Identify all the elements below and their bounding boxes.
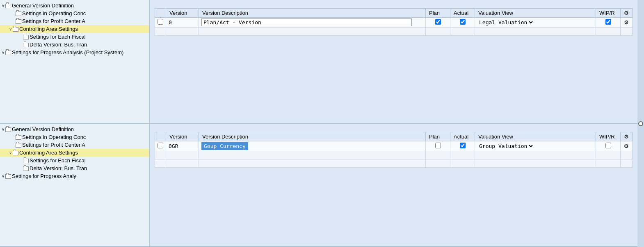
- toggle-icon: ∨: [2, 174, 5, 178]
- valuation-cell-1[interactable]: [475, 28, 596, 36]
- plan-cell-0[interactable]: [426, 141, 450, 151]
- row-checkbox-1[interactable]: [155, 28, 166, 36]
- tree-item-settings-fiscal-top[interactable]: Settings for Each Fiscal: [0, 33, 149, 41]
- description-selected-0[interactable]: Goup Currency: [201, 142, 248, 150]
- table-row-1: [155, 28, 633, 36]
- tree-item-label: General Version Definition: [12, 2, 74, 9]
- actual-checkbox-0[interactable]: [460, 19, 466, 25]
- col-header-1: Version: [166, 9, 199, 18]
- gear-cell-0[interactable]: ⚙: [621, 18, 633, 28]
- top-version-table: VersionVersion DescriptionPlanActualValu…: [155, 8, 633, 36]
- valuation-cell-0[interactable]: Legal Valuation: [475, 18, 596, 28]
- tree-item-settings-operating-bot[interactable]: Settings in Operating Conc: [0, 133, 149, 141]
- version-cell-2: [166, 159, 199, 167]
- row-checkbox-0[interactable]: [155, 141, 166, 151]
- folder-icon: [16, 135, 21, 140]
- tree-item-label: Settings for Profit Center A: [22, 142, 85, 148]
- tree-item-label: Controlling Area Settings: [19, 150, 78, 156]
- tree-item-gen-version-def-top[interactable]: ∨General Version Definition: [0, 2, 149, 9]
- tree-item-label: Controlling Area Settings: [19, 26, 78, 32]
- tree-item-label: Settings in Operating Conc: [22, 134, 86, 140]
- folder-icon: [5, 174, 11, 179]
- right-panel: VersionVersion DescriptionPlanActualValu…: [150, 0, 637, 247]
- plan-cell-2[interactable]: [426, 159, 450, 167]
- description-cell-2[interactable]: [199, 159, 426, 167]
- description-cell-0[interactable]: [199, 18, 426, 28]
- actual-cell-2[interactable]: [450, 159, 475, 167]
- actual-cell-1[interactable]: [450, 151, 475, 159]
- folder-icon: [16, 143, 21, 148]
- plan-cell-1[interactable]: [426, 28, 450, 36]
- tree-item-controlling-area-bot[interactable]: ∨Controlling Area Settings: [0, 149, 149, 157]
- row-checkbox-1[interactable]: [155, 151, 166, 159]
- folder-icon: [23, 35, 29, 39]
- row-checkbox-2[interactable]: [155, 159, 166, 167]
- right-with-scroll: VersionVersion DescriptionPlanActualValu…: [150, 0, 644, 247]
- tree-item-settings-progress-bot[interactable]: ∨Settings for Progress Analy: [0, 172, 149, 180]
- vertical-scrollbar[interactable]: [637, 0, 644, 247]
- valuation-cell-2[interactable]: [475, 159, 596, 167]
- gear-cell-1: [621, 28, 633, 36]
- col-header-6: WIP/R: [596, 132, 621, 141]
- actual-cell-1[interactable]: [450, 28, 475, 36]
- gear-cell-0[interactable]: ⚙: [621, 141, 633, 151]
- wip-checkbox-0[interactable]: [605, 143, 611, 148]
- tree-item-label: Settings for Profit Center A: [22, 18, 85, 24]
- plan-cell-0[interactable]: [426, 18, 450, 28]
- plan-checkbox-0[interactable]: [435, 19, 441, 25]
- folder-icon: [13, 151, 18, 155]
- col-header-0: [155, 132, 166, 141]
- left-panel: ∨General Version DefinitionSettings in O…: [0, 0, 150, 247]
- tree-item-settings-profit-top[interactable]: Settings for Profit Center A: [0, 17, 149, 25]
- toggle-icon: ∨: [9, 150, 12, 155]
- actual-cell-0[interactable]: [450, 18, 475, 28]
- folder-icon: [23, 159, 29, 163]
- tree-item-controlling-area-top[interactable]: ∨Controlling Area Settings: [0, 25, 149, 33]
- tree-item-delta-version-top[interactable]: Delta Version: Bus. Tran: [0, 41, 149, 48]
- col-header-1: Version: [166, 132, 199, 141]
- valuation-select-0[interactable]: Legal Valuation: [477, 19, 534, 26]
- tree-item-gen-version-def-bot[interactable]: ∨General Version Definition: [0, 125, 149, 133]
- description-cell-1[interactable]: [199, 28, 426, 36]
- checkbox-input-0[interactable]: [158, 143, 163, 148]
- description-input-0[interactable]: [201, 18, 412, 26]
- tree-item-delta-version-bot[interactable]: Delta Version: Bus. Tran: [0, 164, 149, 172]
- folder-icon: [5, 51, 11, 55]
- wip-checkbox-0[interactable]: [605, 19, 611, 25]
- toggle-icon: ∨: [2, 3, 5, 8]
- table-row-0: 0Legal Valuation⚙: [155, 18, 633, 28]
- description-cell-1[interactable]: [199, 151, 426, 159]
- valuation-cell-1[interactable]: [475, 151, 596, 159]
- folder-icon: [16, 19, 21, 24]
- plan-checkbox-0[interactable]: [435, 143, 441, 148]
- wip-cell-1[interactable]: [596, 151, 621, 159]
- col-header-3: Plan: [426, 132, 450, 141]
- plan-cell-1[interactable]: [426, 151, 450, 159]
- actual-checkbox-0[interactable]: [460, 143, 466, 148]
- tree-item-settings-profit-bot[interactable]: Settings for Profit Center A: [0, 141, 149, 149]
- wip-cell-2[interactable]: [596, 159, 621, 167]
- col-header-7: ⚙: [621, 9, 633, 18]
- tree-item-settings-fiscal-bot[interactable]: Settings for Each Fiscal: [0, 157, 149, 164]
- gear-cell-1: [621, 151, 633, 159]
- table-row-2: [155, 159, 633, 167]
- scrollbar-thumb[interactable]: [638, 121, 643, 126]
- top-tree-section: ∨General Version DefinitionSettings in O…: [0, 0, 149, 124]
- gear-cell-2: [621, 159, 633, 167]
- description-cell-0[interactable]: Goup Currency: [199, 141, 426, 151]
- col-header-4: Actual: [450, 9, 475, 18]
- tree-item-settings-operating-top[interactable]: Settings in Operating Conc: [0, 9, 149, 17]
- actual-cell-0[interactable]: [450, 141, 475, 151]
- table-row-1: [155, 151, 633, 159]
- valuation-select-0[interactable]: Group Valuation: [477, 143, 534, 150]
- wip-cell-1[interactable]: [596, 28, 621, 36]
- col-header-7: ⚙: [621, 132, 633, 141]
- wip-cell-0[interactable]: [596, 141, 621, 151]
- toggle-icon: ∨: [9, 27, 12, 31]
- wip-cell-0[interactable]: [596, 18, 621, 28]
- row-checkbox-0[interactable]: [155, 18, 166, 28]
- checkbox-input-0[interactable]: [158, 19, 163, 25]
- tree-item-settings-progress-top[interactable]: ∨Settings for Progress Analysis (Project…: [0, 48, 149, 56]
- valuation-cell-0[interactable]: Group Valuation: [475, 141, 596, 151]
- toggle-icon: ∨: [2, 127, 5, 132]
